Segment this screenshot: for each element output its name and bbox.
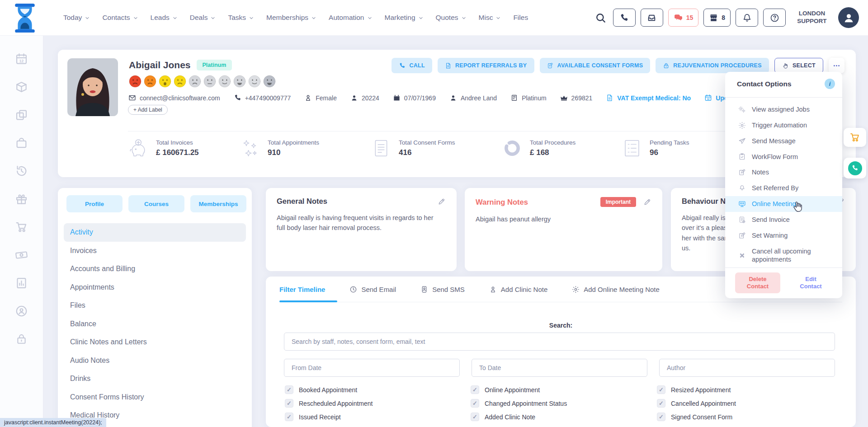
inbox-button[interactable] xyxy=(641,9,663,27)
edit-pencil-icon[interactable] xyxy=(438,197,446,206)
nav-item-contacts[interactable]: Contacts xyxy=(102,14,138,22)
sidebar-item-drinks[interactable]: Drinks xyxy=(58,370,252,388)
edit-contact-button[interactable]: EditContact xyxy=(789,276,832,290)
delete-contact-button[interactable]: DeleteContact xyxy=(735,272,780,293)
sidebar-cart-icon[interactable] xyxy=(15,221,28,234)
avatar[interactable] xyxy=(838,7,859,28)
tab-send-email[interactable]: Send Email xyxy=(349,286,396,293)
to-date-input[interactable] xyxy=(472,359,647,377)
select-button[interactable]: SELECT xyxy=(774,58,823,73)
checkbox-signed-consent-form[interactable]: ✓ Signed Consent Form xyxy=(657,413,736,421)
more-options-button[interactable] xyxy=(829,58,844,73)
menu-item-workflow-form[interactable]: WorkFlow Form xyxy=(725,149,842,165)
checkbox-changed-appointment-status[interactable]: ✓ Changed Appointment Status xyxy=(471,399,657,408)
sidebar-item-clinic-notes-and-letters[interactable]: Clinic Notes and Letters xyxy=(58,333,252,352)
tab-add-clinic-note[interactable]: Add Clinic Note xyxy=(489,286,547,293)
sidebar-package-icon[interactable] xyxy=(15,80,28,94)
edit-pencil-icon[interactable] xyxy=(643,198,651,206)
checkbox-icon[interactable]: ✓ xyxy=(471,385,479,394)
nav-item-today[interactable]: Today xyxy=(63,14,90,22)
sidebar-bag-icon[interactable] xyxy=(15,136,28,150)
menu-item-send-message[interactable]: Send Message xyxy=(725,133,842,149)
checkbox-resized-appointment[interactable]: ✓ Resized Appointment xyxy=(657,385,736,394)
nav-item-memberships[interactable]: Memberships xyxy=(266,14,316,22)
checkbox-icon[interactable]: ✓ xyxy=(657,385,665,394)
quick-cart-button[interactable] xyxy=(844,128,866,147)
sidebar-calendar-icon[interactable]: 12 xyxy=(15,52,28,66)
nav-item-quotes[interactable]: Quotes xyxy=(436,14,467,22)
nav-item-tasks[interactable]: Tasks xyxy=(228,14,254,22)
available-consent-forms-button[interactable]: AVAILABLE CONSENT FORMS xyxy=(540,58,651,73)
checkbox-icon[interactable]: ✓ xyxy=(471,399,479,408)
sidebar-item-files[interactable]: Files xyxy=(58,296,252,315)
menu-item-trigger-automation[interactable]: Trigger Automation xyxy=(725,117,842,133)
sidebar-item-invoices[interactable]: Invoices xyxy=(58,242,252,260)
tab-send-sms[interactable]: Send SMS xyxy=(420,286,465,293)
checkbox-icon[interactable]: ✓ xyxy=(285,413,293,421)
checkbox-icon[interactable]: ✓ xyxy=(285,385,293,394)
checkbox-booked-appointment[interactable]: ✓ Booked Appointment xyxy=(285,385,471,394)
sidebar-item-accounts-and-billing[interactable]: Accounts and Billing xyxy=(58,260,252,278)
app-logo-hourglass-icon[interactable] xyxy=(13,4,37,32)
menu-item-online-meeting[interactable]: Online Meeting xyxy=(725,196,842,212)
checkbox-icon[interactable]: ✓ xyxy=(471,413,479,421)
nav-item-misc[interactable]: Misc xyxy=(479,14,501,22)
mood-face-icon-3[interactable] xyxy=(159,75,171,88)
contact-detail-vat-exempt-medical-no[interactable]: VAT Exempt Medical: No xyxy=(606,94,691,102)
checkbox-icon[interactable]: ✓ xyxy=(657,413,665,421)
mood-face-icon-1[interactable] xyxy=(129,75,142,88)
checkbox-issued-receipt[interactable]: ✓ Issued Receipt xyxy=(285,413,471,421)
tab-courses[interactable]: Courses xyxy=(128,195,184,212)
tab-filter-timeline[interactable]: Filter Timeline xyxy=(279,286,325,293)
sidebar-copy-icon[interactable] xyxy=(15,108,28,122)
chat-button[interactable]: 15 xyxy=(668,9,699,27)
checkbox-cancelled-appointment[interactable]: ✓ Cancelled Appointment xyxy=(657,399,736,408)
sidebar-item-consent-forms-history[interactable]: Consent Forms History xyxy=(58,388,252,407)
mood-face-icon-2[interactable] xyxy=(144,75,156,88)
mood-face-icon-5[interactable] xyxy=(189,75,201,88)
sidebar-item-activity[interactable]: Activity xyxy=(64,223,246,242)
menu-item-set-referred-by[interactable]: Set Referred By xyxy=(725,180,842,196)
sidebar-price-tag-icon[interactable] xyxy=(15,249,28,262)
checkbox-rescheduled-appointment[interactable]: ✓ Rescheduled Appointment xyxy=(285,399,471,408)
mood-face-icon-8[interactable] xyxy=(233,75,246,88)
sidebar-gift-icon[interactable] xyxy=(15,192,28,206)
sidebar-item-balance[interactable]: Balance xyxy=(58,315,252,333)
menu-item-notes[interactable]: Notes xyxy=(725,164,842,180)
mood-face-icon-4[interactable] xyxy=(174,75,186,88)
search-icon[interactable] xyxy=(594,10,608,25)
sidebar-item-appointments[interactable]: Appointments xyxy=(58,278,252,297)
tab-memberships[interactable]: Memberships xyxy=(190,195,246,212)
sidebar-item-audio-notes[interactable]: Audio Notes xyxy=(58,352,252,370)
quick-call-button[interactable] xyxy=(844,158,866,178)
nav-item-automation[interactable]: Automation xyxy=(329,14,372,22)
search-input[interactable] xyxy=(284,333,835,351)
help-button[interactable] xyxy=(763,9,786,27)
sidebar-report-icon[interactable] xyxy=(15,277,28,290)
info-icon[interactable]: i xyxy=(825,79,835,89)
nav-item-leads[interactable]: Leads xyxy=(151,14,178,22)
mood-face-icon-6[interactable] xyxy=(203,75,216,88)
menu-item-view-assigned-jobs[interactable]: View assigned Jobs xyxy=(725,102,842,117)
shop-button[interactable]: 8 xyxy=(703,9,731,27)
checkbox-online-appointment[interactable]: ✓ Online Appointment xyxy=(471,385,657,394)
sidebar-client-icon[interactable] xyxy=(15,305,28,318)
mood-face-icon-10[interactable] xyxy=(263,75,276,88)
checkbox-added-clinic-note[interactable]: ✓ Added Clinic Note xyxy=(471,413,657,421)
sidebar-history-icon[interactable] xyxy=(15,164,28,178)
menu-item-send-invoice[interactable]: Send Invoice xyxy=(725,212,842,228)
rejuvenation-procedures-button[interactable]: REJUVENATION PROCEDURES xyxy=(656,58,769,73)
checkbox-icon[interactable]: ✓ xyxy=(285,399,293,408)
menu-item-cancel-all-upcoming-appointments[interactable]: Cancel all upcoming appointments xyxy=(725,244,842,268)
mood-face-icon-7[interactable] xyxy=(218,75,231,88)
report-referrals-by-button[interactable]: REPORT REFERRALS BY xyxy=(438,58,534,73)
nav-item-deals[interactable]: Deals xyxy=(190,14,216,22)
notifications-button[interactable] xyxy=(736,9,758,27)
call-button[interactable]: CALL xyxy=(392,58,432,73)
checkbox-icon[interactable]: ✓ xyxy=(657,399,665,408)
mood-face-icon-9[interactable] xyxy=(248,75,261,88)
from-date-input[interactable] xyxy=(284,359,460,377)
tab-add-online-meeting-note[interactable]: Add Online Meeting Note xyxy=(572,286,660,293)
author-input[interactable] xyxy=(659,359,835,377)
menu-item-set-warning[interactable]: Set Warning xyxy=(725,228,842,244)
